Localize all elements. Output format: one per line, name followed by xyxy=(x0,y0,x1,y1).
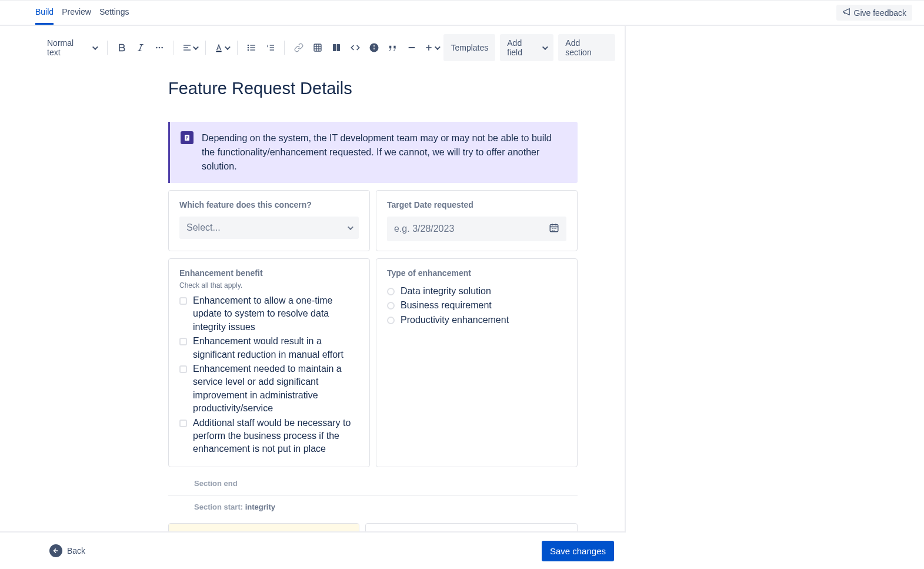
radio-label: Data integrity solution xyxy=(401,285,491,298)
checkbox-icon[interactable] xyxy=(179,365,187,373)
chevron-down-icon xyxy=(435,44,441,50)
page-title[interactable]: Feature Request Details xyxy=(168,79,578,98)
checkbox-item[interactable]: Enhancement would result in a significan… xyxy=(179,335,359,361)
tab-build[interactable]: Build xyxy=(35,1,54,25)
field-label: Enhancement benefit xyxy=(179,268,359,278)
svg-point-13 xyxy=(248,45,248,45)
chevron-down-icon xyxy=(92,44,98,50)
text-style-dropdown[interactable]: Normal text xyxy=(42,35,101,61)
checkbox-label: Enhancement would result in a significan… xyxy=(193,335,359,361)
svg-line-2 xyxy=(139,45,142,51)
feature-select[interactable]: Select... xyxy=(179,217,359,239)
insert-button[interactable] xyxy=(422,39,441,56)
svg-point-41 xyxy=(553,228,555,229)
radio-icon[interactable] xyxy=(387,288,395,295)
megaphone-icon xyxy=(842,8,850,18)
svg-point-44 xyxy=(553,230,555,231)
date-placeholder: e.g. 3/28/2023 xyxy=(394,224,454,234)
italic-button[interactable] xyxy=(132,39,149,56)
text-color-button[interactable] xyxy=(212,39,231,56)
header-bar: Build Preview Settings Give feedback xyxy=(0,0,924,26)
tabs: Build Preview Settings xyxy=(35,1,129,25)
info-panel-text: Depending on the system, the IT developm… xyxy=(202,131,567,174)
right-panel xyxy=(626,26,924,531)
field-label: Target Date requested xyxy=(387,200,566,209)
svg-point-3 xyxy=(156,47,158,49)
chevron-down-icon xyxy=(542,44,548,50)
checkbox-label: Additional staff would be necessary to p… xyxy=(193,417,359,456)
bottom-bar: Back Save changes xyxy=(0,531,626,569)
note-icon xyxy=(181,131,194,144)
quote-button[interactable] xyxy=(385,39,401,56)
give-feedback-button[interactable]: Give feedback xyxy=(836,5,913,21)
more-formatting-button[interactable] xyxy=(151,39,168,56)
radio-label: Productivity enhancement xyxy=(401,314,509,327)
section-divider xyxy=(168,495,578,495)
field-feature-concern[interactable]: Which feature does this concern? Select.… xyxy=(168,190,370,251)
svg-point-4 xyxy=(158,47,160,49)
chevron-down-icon xyxy=(348,224,353,230)
field-label: Type of enhancement xyxy=(387,268,566,278)
info-panel[interactable]: Depending on the system, the IT developm… xyxy=(168,122,578,183)
svg-point-15 xyxy=(248,49,248,50)
radio-item[interactable]: Productivity enhancement xyxy=(387,314,566,327)
svg-point-28 xyxy=(373,45,375,46)
radio-item[interactable]: Data integrity solution xyxy=(387,285,566,298)
field-target-date[interactable]: Target Date requested e.g. 3/28/2023 xyxy=(376,190,578,251)
radio-item[interactable]: Business requirement xyxy=(387,299,566,312)
layout-button[interactable] xyxy=(328,39,345,56)
svg-rect-19 xyxy=(314,44,321,51)
info-panel-button[interactable] xyxy=(366,39,382,56)
radio-icon[interactable] xyxy=(387,317,395,324)
arrow-left-icon xyxy=(49,544,62,557)
svg-rect-9 xyxy=(216,51,221,52)
radio-label: Business requirement xyxy=(401,299,492,312)
templates-button[interactable]: Templates xyxy=(443,34,495,61)
feedback-label: Give feedback xyxy=(854,8,907,18)
code-button[interactable] xyxy=(347,39,363,56)
section-start-label: Section start: xyxy=(194,503,245,511)
editor-panel: Normal text xyxy=(0,26,626,531)
target-date-input[interactable]: e.g. 3/28/2023 xyxy=(387,217,566,241)
svg-point-42 xyxy=(555,228,556,229)
section-start-marker: Section start: integrity xyxy=(168,498,578,516)
save-changes-button[interactable]: Save changes xyxy=(542,541,614,561)
tab-preview[interactable]: Preview xyxy=(62,1,91,25)
divider-button[interactable] xyxy=(403,39,420,56)
calendar-icon xyxy=(549,222,559,235)
link-button[interactable] xyxy=(291,39,307,56)
section-end-marker: Section end xyxy=(168,474,578,493)
field-security-issue[interactable]: Does this address a current security iss… xyxy=(365,523,578,531)
field-enhancement-type[interactable]: Type of enhancement Data integrity solut… xyxy=(376,258,578,467)
warning-panel-card[interactable]: If your enhancement concerns a data brea… xyxy=(168,523,359,531)
content-area[interactable]: Feature Request Details Depending on the… xyxy=(0,69,625,531)
tab-settings[interactable]: Settings xyxy=(99,1,129,25)
checkbox-icon[interactable] xyxy=(179,338,187,345)
select-placeholder: Select... xyxy=(186,222,221,233)
svg-rect-24 xyxy=(333,44,336,51)
add-field-label: Add field xyxy=(507,38,539,57)
checkbox-item[interactable]: Enhancement to allow a one-time update t… xyxy=(179,294,359,334)
section-name: integrity xyxy=(245,503,275,511)
numbered-list-button[interactable] xyxy=(262,39,279,56)
field-label: Which feature does this concern? xyxy=(179,200,359,209)
back-button[interactable]: Back xyxy=(49,544,85,557)
field-help-text: Check all that apply. xyxy=(179,281,359,290)
bullet-list-button[interactable] xyxy=(243,39,260,56)
align-button[interactable] xyxy=(180,39,199,56)
checkbox-item[interactable]: Enhancement needed to maintain a service… xyxy=(179,362,359,415)
checkbox-icon[interactable] xyxy=(179,297,187,305)
checkbox-item[interactable]: Additional staff would be necessary to p… xyxy=(179,417,359,456)
radio-icon[interactable] xyxy=(387,302,395,310)
svg-point-5 xyxy=(161,47,163,49)
checkbox-label: Enhancement to allow a one-time update t… xyxy=(193,294,359,334)
add-section-button[interactable]: Add section xyxy=(558,34,615,61)
bold-button[interactable] xyxy=(114,39,130,56)
toolbar: Normal text xyxy=(0,26,625,69)
table-button[interactable] xyxy=(309,39,326,56)
checkbox-icon[interactable] xyxy=(179,420,187,427)
svg-rect-25 xyxy=(337,44,340,51)
svg-point-43 xyxy=(552,230,553,231)
field-enhancement-benefit[interactable]: Enhancement benefit Check all that apply… xyxy=(168,258,370,467)
add-field-button[interactable]: Add field xyxy=(500,34,553,61)
